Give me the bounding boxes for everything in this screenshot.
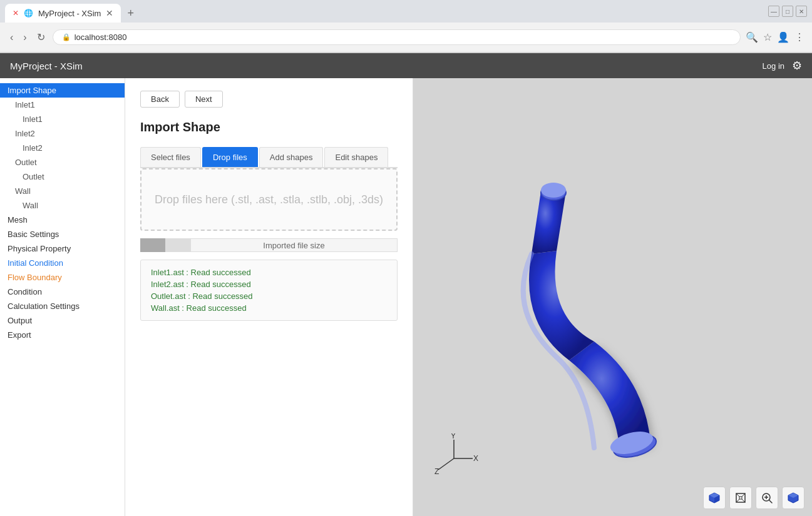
progress-label: Imported file size — [190, 238, 398, 252]
back-nav-button[interactable]: ‹ — [8, 29, 16, 46]
browser-tab[interactable]: ✕ 🌐 MyProject - XSim ✕ — [5, 4, 121, 23]
profile-icon[interactable]: 👤 — [777, 31, 789, 43]
bookmark-icon[interactable]: ☆ — [763, 31, 772, 43]
refresh-button[interactable]: ↻ — [34, 29, 48, 46]
app-body: Import Shape Inlet1 Inlet1 Inlet2 Inlet2… — [0, 78, 812, 516]
tab-favicon: 🌐 — [24, 9, 33, 18]
sidebar-item-inlet2-parent[interactable]: Inlet2 — [0, 126, 125, 141]
new-tab-button[interactable]: + — [123, 6, 138, 21]
svg-text:Y: Y — [451, 433, 456, 440]
nav-buttons: Back Next — [140, 91, 398, 108]
svg-rect-18 — [739, 497, 742, 499]
sidebar-item-flow-boundary[interactable]: Flow Boundary — [0, 270, 125, 285]
viewport-3d[interactable]: Z Y X — [413, 78, 812, 516]
viewport-toolbar — [703, 487, 804, 509]
url-text: localhost:8080 — [75, 33, 127, 42]
sidebar-item-mesh[interactable]: Mesh — [0, 213, 125, 227]
sidebar-item-import-shape[interactable]: Import Shape — [0, 83, 125, 98]
svg-line-4 — [438, 458, 454, 470]
file-entry-outlet: Outlet.ast : Read successed — [151, 291, 387, 301]
sidebar-item-outlet-child[interactable]: Outlet — [0, 169, 125, 184]
file-entry-wall: Wall.ast : Read successed — [151, 303, 387, 313]
login-button[interactable]: Log in — [763, 61, 784, 71]
sidebar-item-outlet-parent[interactable]: Outlet — [0, 155, 125, 169]
svg-line-20 — [769, 500, 773, 503]
page-title: Import Shape — [140, 120, 398, 134]
file-list: Inlet1.ast : Read successed Inlet2.ast :… — [140, 260, 398, 321]
axis-indicator: Z Y X — [432, 433, 482, 479]
next-button[interactable]: Next — [185, 91, 223, 108]
back-button[interactable]: Back — [140, 91, 180, 108]
sidebar: Import Shape Inlet1 Inlet1 Inlet2 Inlet2… — [0, 78, 125, 516]
progress-bar-fill — [140, 238, 165, 252]
tab-edit-shapes[interactable]: Edit shapes — [324, 147, 388, 167]
progress-bar-container — [140, 238, 190, 252]
zoom-button[interactable] — [756, 487, 778, 509]
tab-content: Drop files here (.stl, .ast, .stla, .stl… — [140, 168, 398, 231]
cube-view-button[interactable] — [703, 487, 726, 509]
perspective-button[interactable] — [782, 487, 804, 509]
address-bar: ‹ › ↻ 🔒 localhost:8080 🔍 ☆ 👤 ⋮ — [0, 23, 812, 53]
close-window-button[interactable]: ✕ — [796, 6, 807, 17]
sidebar-item-inlet2-child[interactable]: Inlet2 — [0, 141, 125, 155]
lock-icon: 🔒 — [62, 33, 71, 41]
pipe-svg — [456, 116, 769, 479]
sidebar-item-export[interactable]: Export — [0, 328, 125, 342]
app-header: MyProject - XSim Log in ⚙ — [0, 53, 812, 78]
forward-nav-button[interactable]: › — [21, 29, 29, 46]
app-title: MyProject - XSim — [10, 61, 83, 71]
tab-title: MyProject - XSim — [38, 9, 101, 18]
browser-chrome: ✕ 🌐 MyProject - XSim ✕ + — □ ✕ ‹ › ↻ 🔒 l… — [0, 0, 812, 53]
wireframe-button[interactable] — [729, 487, 752, 509]
sidebar-item-wall-child[interactable]: Wall — [0, 198, 125, 213]
sidebar-item-inlet1-child[interactable]: Inlet1 — [0, 112, 125, 126]
drop-zone[interactable]: Drop files here (.stl, .ast, .stla, .stl… — [140, 168, 398, 231]
sidebar-item-inlet1-parent[interactable]: Inlet1 — [0, 98, 125, 112]
window-controls: — □ ✕ — [768, 6, 807, 21]
progress-row: Imported file size — [140, 238, 398, 252]
settings-icon[interactable]: ⚙ — [792, 59, 802, 73]
sidebar-item-wall-parent[interactable]: Wall — [0, 184, 125, 198]
svg-text:X: X — [473, 454, 478, 463]
svg-point-1 — [541, 183, 566, 198]
drop-zone-text: Drop files here (.stl, .ast, .stla, .stl… — [155, 191, 383, 208]
file-entry-inlet1: Inlet1.ast : Read successed — [151, 268, 387, 277]
svg-text:Z: Z — [434, 467, 439, 476]
tab-bar: ✕ 🌐 MyProject - XSim ✕ + — □ ✕ — [0, 0, 812, 23]
tab-close-btn[interactable]: ✕ — [106, 8, 113, 18]
search-icon[interactable]: 🔍 — [746, 31, 758, 43]
url-bar[interactable]: 🔒 localhost:8080 — [53, 29, 741, 45]
sidebar-item-initial-condition[interactable]: Initial Condition — [0, 256, 125, 270]
tab-select-files[interactable]: Select files — [140, 147, 201, 167]
tab-bar-files: Select files Drop files Add shapes Edit … — [140, 147, 398, 168]
sidebar-item-physical-property[interactable]: Physical Property — [0, 241, 125, 256]
sidebar-item-basic-settings[interactable]: Basic Settings — [0, 227, 125, 241]
sidebar-item-calculation-settings[interactable]: Calculation Settings — [0, 299, 125, 313]
main-content-panel: Back Next Import Shape Select files Drop… — [125, 78, 413, 516]
tab-drop-files[interactable]: Drop files — [202, 147, 258, 167]
browser-icons: 🔍 ☆ 👤 ⋮ — [746, 31, 804, 43]
browser-menu-icon[interactable]: ⋮ — [794, 31, 804, 43]
sidebar-item-output[interactable]: Output — [0, 313, 125, 328]
tab-add-shapes[interactable]: Add shapes — [259, 147, 324, 167]
file-entry-inlet2: Inlet2.ast : Read successed — [151, 280, 387, 289]
maximize-button[interactable]: □ — [782, 6, 793, 17]
minimize-button[interactable]: — — [768, 6, 779, 17]
header-right: Log in ⚙ — [763, 59, 802, 73]
sidebar-item-condition[interactable]: Condition — [0, 285, 125, 299]
